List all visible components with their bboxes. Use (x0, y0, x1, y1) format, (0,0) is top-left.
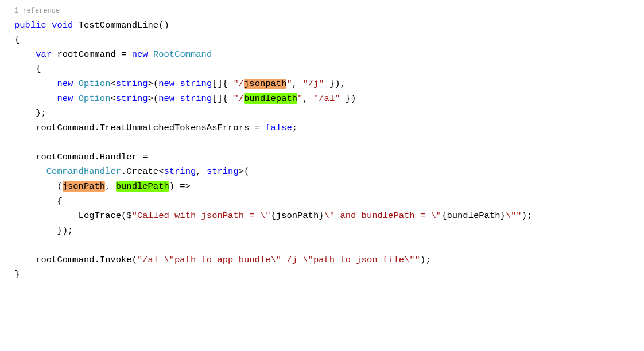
highlight-jsonPath-param: jsonPath (63, 181, 105, 192)
code-line: { (14, 33, 630, 48)
code-line: (jsonPath, bundlePath) => (14, 180, 630, 194)
code-line: LogTrace($"Called with jsonPath = \"{jso… (14, 209, 630, 224)
code-line: rootCommand.Invoke("/al \"path to app bu… (14, 253, 630, 268)
code-line: var rootCommand = new RootCommand (14, 48, 630, 63)
code-line: }; (14, 106, 630, 121)
code-line (14, 238, 630, 253)
code-line: } (14, 267, 630, 282)
code-line: rootCommand.TreatUnmatchedTokensAsErrors… (14, 121, 630, 136)
code-line: CommandHandler.Create<string, string>( (14, 165, 630, 180)
code-line: }); (14, 224, 630, 239)
code-line: public void TestCommandLine() (14, 18, 630, 33)
highlight-bundlepath: bundlepath (244, 93, 297, 104)
highlight-bundlePath-param: bundlePath (116, 181, 169, 192)
code-line: new Option<string>(new string[]{ "/bundl… (14, 92, 630, 107)
bottom-border (0, 297, 644, 297)
highlight-jsonpath: jsonpath (244, 79, 286, 89)
code-line (14, 135, 630, 150)
code-line: { (14, 62, 630, 77)
code-line: { (14, 194, 630, 209)
code-line: new Option<string>(new string[]{ "/jsonp… (14, 77, 630, 92)
code-line: rootCommand.Handler = (14, 150, 630, 165)
codelens-reference[interactable]: 1 reference (14, 6, 630, 17)
code-editor[interactable]: 1 reference public void TestCommandLine(… (0, 0, 630, 303)
